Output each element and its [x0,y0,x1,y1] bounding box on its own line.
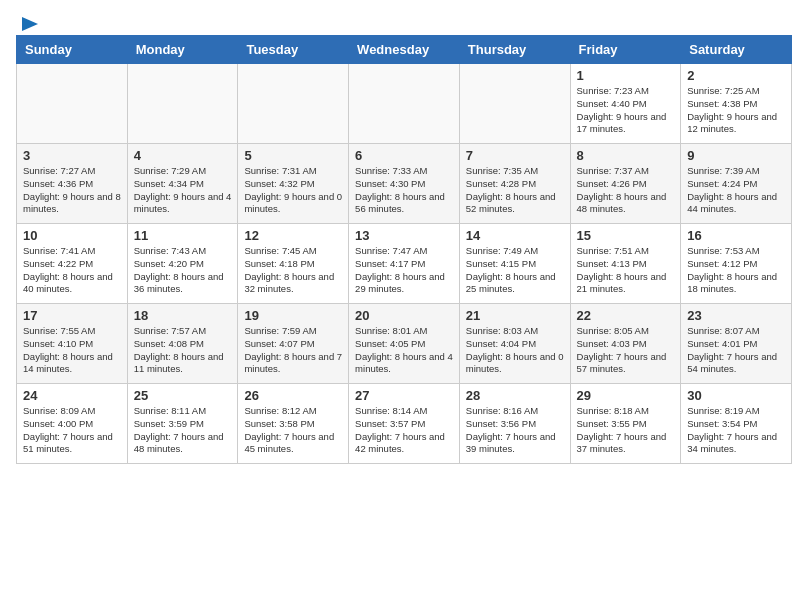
day-number: 28 [466,388,564,403]
calendar-cell: 26Sunrise: 8:12 AM Sunset: 3:58 PM Dayli… [238,384,349,464]
day-number: 1 [577,68,675,83]
day-info: Sunrise: 8:01 AM Sunset: 4:05 PM Dayligh… [355,325,453,376]
calendar-cell: 19Sunrise: 7:59 AM Sunset: 4:07 PM Dayli… [238,304,349,384]
day-number: 23 [687,308,785,323]
weekday-header: Monday [127,36,238,64]
day-info: Sunrise: 7:53 AM Sunset: 4:12 PM Dayligh… [687,245,785,296]
day-info: Sunrise: 7:29 AM Sunset: 4:34 PM Dayligh… [134,165,232,216]
day-number: 27 [355,388,453,403]
calendar-cell: 9Sunrise: 7:39 AM Sunset: 4:24 PM Daylig… [681,144,792,224]
weekday-header: Sunday [17,36,128,64]
calendar-cell: 17Sunrise: 7:55 AM Sunset: 4:10 PM Dayli… [17,304,128,384]
day-info: Sunrise: 7:49 AM Sunset: 4:15 PM Dayligh… [466,245,564,296]
calendar-cell: 30Sunrise: 8:19 AM Sunset: 3:54 PM Dayli… [681,384,792,464]
day-number: 19 [244,308,342,323]
page-header [0,0,792,35]
day-number: 2 [687,68,785,83]
day-number: 11 [134,228,232,243]
calendar-cell [349,64,460,144]
day-info: Sunrise: 7:57 AM Sunset: 4:08 PM Dayligh… [134,325,232,376]
day-number: 7 [466,148,564,163]
day-number: 15 [577,228,675,243]
calendar-cell: 23Sunrise: 8:07 AM Sunset: 4:01 PM Dayli… [681,304,792,384]
day-number: 14 [466,228,564,243]
day-info: Sunrise: 7:59 AM Sunset: 4:07 PM Dayligh… [244,325,342,376]
day-info: Sunrise: 7:23 AM Sunset: 4:40 PM Dayligh… [577,85,675,136]
day-info: Sunrise: 7:37 AM Sunset: 4:26 PM Dayligh… [577,165,675,216]
day-number: 10 [23,228,121,243]
day-info: Sunrise: 7:43 AM Sunset: 4:20 PM Dayligh… [134,245,232,296]
day-info: Sunrise: 7:33 AM Sunset: 4:30 PM Dayligh… [355,165,453,216]
day-info: Sunrise: 7:41 AM Sunset: 4:22 PM Dayligh… [23,245,121,296]
day-info: Sunrise: 7:39 AM Sunset: 4:24 PM Dayligh… [687,165,785,216]
calendar-cell: 11Sunrise: 7:43 AM Sunset: 4:20 PM Dayli… [127,224,238,304]
day-number: 16 [687,228,785,243]
day-info: Sunrise: 8:19 AM Sunset: 3:54 PM Dayligh… [687,405,785,456]
calendar-cell: 4Sunrise: 7:29 AM Sunset: 4:34 PM Daylig… [127,144,238,224]
day-info: Sunrise: 7:25 AM Sunset: 4:38 PM Dayligh… [687,85,785,136]
calendar-cell: 14Sunrise: 7:49 AM Sunset: 4:15 PM Dayli… [459,224,570,304]
day-info: Sunrise: 8:11 AM Sunset: 3:59 PM Dayligh… [134,405,232,456]
day-number: 17 [23,308,121,323]
calendar-table: SundayMondayTuesdayWednesdayThursdayFrid… [16,35,792,464]
calendar-cell: 7Sunrise: 7:35 AM Sunset: 4:28 PM Daylig… [459,144,570,224]
calendar-cell: 13Sunrise: 7:47 AM Sunset: 4:17 PM Dayli… [349,224,460,304]
weekday-header: Thursday [459,36,570,64]
calendar-cell [127,64,238,144]
day-info: Sunrise: 8:16 AM Sunset: 3:56 PM Dayligh… [466,405,564,456]
day-number: 21 [466,308,564,323]
calendar-cell: 29Sunrise: 8:18 AM Sunset: 3:55 PM Dayli… [570,384,681,464]
calendar-cell: 21Sunrise: 8:03 AM Sunset: 4:04 PM Dayli… [459,304,570,384]
calendar-cell: 2Sunrise: 7:25 AM Sunset: 4:38 PM Daylig… [681,64,792,144]
day-number: 20 [355,308,453,323]
calendar-cell: 25Sunrise: 8:11 AM Sunset: 3:59 PM Dayli… [127,384,238,464]
day-number: 18 [134,308,232,323]
day-number: 25 [134,388,232,403]
calendar-cell: 10Sunrise: 7:41 AM Sunset: 4:22 PM Dayli… [17,224,128,304]
day-number: 3 [23,148,121,163]
calendar-cell: 6Sunrise: 7:33 AM Sunset: 4:30 PM Daylig… [349,144,460,224]
day-number: 24 [23,388,121,403]
day-number: 22 [577,308,675,323]
calendar-cell [17,64,128,144]
day-number: 30 [687,388,785,403]
day-number: 5 [244,148,342,163]
calendar-cell: 12Sunrise: 7:45 AM Sunset: 4:18 PM Dayli… [238,224,349,304]
day-info: Sunrise: 8:07 AM Sunset: 4:01 PM Dayligh… [687,325,785,376]
day-number: 26 [244,388,342,403]
calendar-cell: 28Sunrise: 8:16 AM Sunset: 3:56 PM Dayli… [459,384,570,464]
calendar-cell: 15Sunrise: 7:51 AM Sunset: 4:13 PM Dayli… [570,224,681,304]
day-info: Sunrise: 8:14 AM Sunset: 3:57 PM Dayligh… [355,405,453,456]
calendar-cell: 1Sunrise: 7:23 AM Sunset: 4:40 PM Daylig… [570,64,681,144]
day-info: Sunrise: 7:31 AM Sunset: 4:32 PM Dayligh… [244,165,342,216]
weekday-header: Wednesday [349,36,460,64]
day-info: Sunrise: 7:45 AM Sunset: 4:18 PM Dayligh… [244,245,342,296]
calendar-wrapper: SundayMondayTuesdayWednesdayThursdayFrid… [0,35,792,472]
svg-marker-0 [22,17,38,31]
day-info: Sunrise: 8:05 AM Sunset: 4:03 PM Dayligh… [577,325,675,376]
calendar-cell: 27Sunrise: 8:14 AM Sunset: 3:57 PM Dayli… [349,384,460,464]
day-number: 13 [355,228,453,243]
calendar-header: SundayMondayTuesdayWednesdayThursdayFrid… [17,36,792,64]
day-number: 9 [687,148,785,163]
calendar-cell [459,64,570,144]
logo-arrow-icon [22,17,38,31]
day-info: Sunrise: 7:55 AM Sunset: 4:10 PM Dayligh… [23,325,121,376]
calendar-cell: 20Sunrise: 8:01 AM Sunset: 4:05 PM Dayli… [349,304,460,384]
weekday-header: Friday [570,36,681,64]
day-number: 29 [577,388,675,403]
calendar-cell: 18Sunrise: 7:57 AM Sunset: 4:08 PM Dayli… [127,304,238,384]
day-info: Sunrise: 7:47 AM Sunset: 4:17 PM Dayligh… [355,245,453,296]
day-number: 6 [355,148,453,163]
calendar-cell: 8Sunrise: 7:37 AM Sunset: 4:26 PM Daylig… [570,144,681,224]
day-info: Sunrise: 7:51 AM Sunset: 4:13 PM Dayligh… [577,245,675,296]
logo [20,16,38,27]
calendar-cell: 5Sunrise: 7:31 AM Sunset: 4:32 PM Daylig… [238,144,349,224]
day-number: 4 [134,148,232,163]
calendar-cell: 22Sunrise: 8:05 AM Sunset: 4:03 PM Dayli… [570,304,681,384]
calendar-cell [238,64,349,144]
day-info: Sunrise: 7:27 AM Sunset: 4:36 PM Dayligh… [23,165,121,216]
calendar-cell: 3Sunrise: 7:27 AM Sunset: 4:36 PM Daylig… [17,144,128,224]
day-info: Sunrise: 8:12 AM Sunset: 3:58 PM Dayligh… [244,405,342,456]
calendar-cell: 16Sunrise: 7:53 AM Sunset: 4:12 PM Dayli… [681,224,792,304]
